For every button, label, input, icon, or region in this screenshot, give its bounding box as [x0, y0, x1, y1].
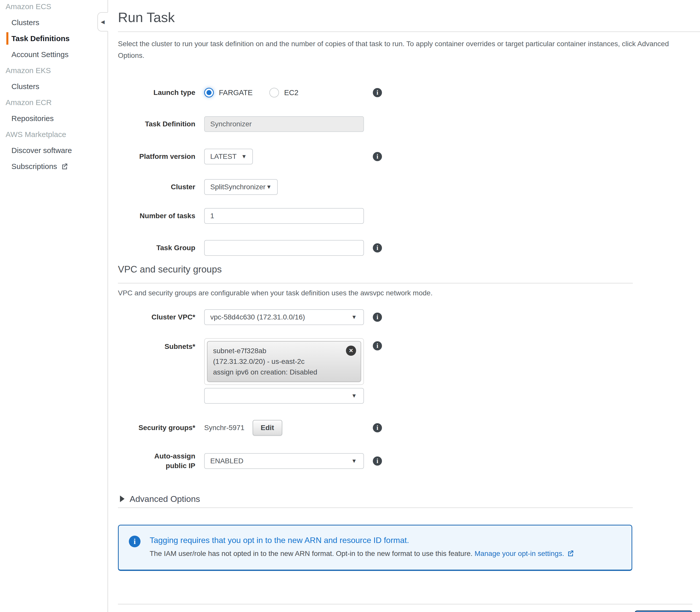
sidebar-divider [108, 0, 108, 612]
cluster-vpc-value: vpc-58d4c630 (172.31.0.0/16) [210, 313, 305, 321]
sidebar-collapse-button[interactable]: ◀ [97, 12, 108, 31]
run-task-button[interactable]: Run Task [634, 611, 692, 612]
sidebar-item-task-definitions[interactable]: Task Definitions [11, 30, 108, 46]
platform-version-value: LATEST [210, 153, 237, 161]
sidebar-item-account-settings[interactable]: Account Settings [11, 46, 108, 62]
caret-right-icon [120, 496, 125, 502]
info-icon[interactable]: i [373, 88, 382, 97]
sidebar-header-amazon-eks: Amazon EKS [5, 62, 108, 79]
page-title: Run Task [118, 10, 700, 25]
sidebar-item-clusters-eks[interactable]: Clusters [11, 79, 108, 94]
ec2-radio[interactable] [269, 88, 279, 97]
alert-body-text: The IAM user/role has not opted in to th… [149, 550, 472, 557]
number-of-tasks-row: Number of tasks [118, 208, 700, 224]
advanced-options-divider [118, 507, 633, 508]
info-icon[interactable]: i [373, 423, 382, 432]
vpc-section-description: VPC and security groups are configurable… [118, 288, 700, 298]
footer-divider [118, 604, 692, 604]
info-icon: i [129, 536, 141, 547]
cluster-vpc-label: Cluster VPC* [118, 312, 195, 322]
chevron-down-icon: ▼ [351, 458, 357, 464]
task-definition-label: Task Definition [118, 119, 195, 129]
launch-type-label: Launch type [118, 88, 195, 97]
collapse-left-icon: ◀ [101, 19, 104, 25]
sidebar-nav-list: Amazon ECS Clusters Task Definitions Acc… [0, 0, 108, 174]
tagging-info-alert: i Tagging requires that you opt in to th… [118, 525, 632, 571]
info-icon[interactable]: i [373, 152, 382, 161]
close-icon: ✕ [349, 348, 353, 354]
header-divider [118, 31, 700, 32]
auto-assign-ip-select[interactable]: ENABLED ▼ [204, 453, 364, 469]
sidebar-item-label: Subscriptions [11, 162, 57, 171]
subnet-chip-ipv6: assign ipv6 on creation: Disabled [213, 367, 355, 378]
auto-assign-ip-value: ENABLED [210, 457, 243, 465]
task-group-label: Task Group [118, 243, 195, 253]
page-description: Select the cluster to run your task defi… [118, 38, 688, 61]
chevron-down-icon: ▼ [266, 184, 272, 190]
sidebar-header-amazon-ecr: Amazon ECR [5, 94, 108, 110]
fargate-radio[interactable] [204, 88, 214, 97]
sidebar-header-amazon-ecs: Amazon ECS [5, 0, 108, 14]
subnet-chip-cidr: (172.31.32.0/20) - us-east-2c [213, 356, 355, 367]
vpc-section-divider [118, 283, 633, 283]
vpc-section-title: VPC and security groups [118, 264, 700, 275]
platform-version-label: Platform version [118, 152, 195, 162]
number-of-tasks-label: Number of tasks [118, 211, 195, 221]
sidebar: Amazon ECS Clusters Task Definitions Acc… [0, 0, 108, 612]
sidebar-item-subscriptions[interactable]: Subscriptions [11, 158, 108, 174]
subnets-label: Subnets* [118, 338, 195, 351]
platform-version-select[interactable]: LATEST ▼ [204, 149, 253, 164]
platform-version-row: Platform version LATEST ▼ i [118, 149, 700, 164]
cluster-row: Cluster SplitSynchronizer ▼ [118, 179, 700, 195]
task-definition-input [204, 116, 364, 132]
sidebar-item-clusters-ecs[interactable]: Clusters [11, 14, 108, 30]
cluster-value: SplitSynchronizer [210, 183, 266, 191]
remove-subnet-button[interactable]: ✕ [346, 346, 356, 356]
chevron-down-icon: ▼ [241, 154, 247, 159]
cluster-vpc-select[interactable]: vpc-58d4c630 (172.31.0.0/16) ▼ [204, 309, 364, 325]
subnets-row: Subnets* subnet-e7f328ab (172.31.32.0/20… [118, 338, 700, 404]
add-subnet-select[interactable]: ▼ [204, 388, 364, 404]
advanced-options-label: Advanced Options [130, 494, 200, 504]
external-link-icon [61, 163, 68, 170]
sidebar-item-repositories[interactable]: Repositories [11, 110, 108, 126]
auto-assign-ip-label: Auto-assign public IP [118, 451, 195, 471]
manage-opt-in-link[interactable]: Manage your opt-in settings. [474, 550, 564, 557]
edit-security-groups-button[interactable]: Edit [253, 420, 282, 436]
fargate-radio-label[interactable]: FARGATE [219, 88, 253, 97]
launch-type-row: Launch type FARGATE EC2 i [118, 87, 700, 98]
security-groups-row: Security groups* Synchr-5971 Edit i [118, 420, 700, 436]
task-group-input[interactable] [204, 240, 364, 256]
chevron-down-icon: ▼ [351, 315, 357, 320]
footer-actions: Cancel Run Task [118, 611, 692, 612]
run-task-form: Launch type FARGATE EC2 i Task Definitio… [118, 87, 700, 612]
info-icon[interactable]: i [373, 457, 382, 465]
ec2-radio-label[interactable]: EC2 [284, 88, 298, 97]
security-groups-label: Security groups* [118, 423, 195, 433]
sidebar-item-discover-software[interactable]: Discover software [11, 142, 108, 158]
security-group-value: Synchr-5971 [204, 424, 244, 432]
cluster-select[interactable]: SplitSynchronizer ▼ [204, 179, 278, 195]
alert-title: Tagging requires that you opt in to the … [149, 535, 574, 545]
chevron-down-icon: ▼ [351, 393, 357, 399]
task-group-row: Task Group i [118, 240, 700, 256]
subnet-chip: subnet-e7f328ab (172.31.32.0/20) - us-ea… [207, 341, 361, 382]
sidebar-header-aws-marketplace: AWS Marketplace [5, 126, 108, 142]
info-icon[interactable]: i [373, 243, 382, 252]
advanced-options-toggle[interactable]: Advanced Options [118, 494, 700, 504]
main-content: Run Task Select the cluster to run your … [118, 0, 700, 612]
cluster-label: Cluster [118, 182, 195, 192]
info-icon[interactable]: i [373, 312, 382, 322]
external-link-icon [567, 550, 574, 557]
auto-assign-ip-row: Auto-assign public IP ENABLED ▼ i [118, 451, 700, 471]
number-of-tasks-input[interactable] [204, 208, 364, 224]
info-icon[interactable]: i [373, 341, 382, 350]
subnets-selected-list: subnet-e7f328ab (172.31.32.0/20) - us-ea… [204, 338, 364, 385]
task-definition-row: Task Definition [118, 116, 700, 132]
launch-type-options: FARGATE EC2 [204, 87, 364, 98]
subnet-chip-id: subnet-e7f328ab [213, 346, 355, 356]
cluster-vpc-row: Cluster VPC* vpc-58d4c630 (172.31.0.0/16… [118, 309, 700, 325]
